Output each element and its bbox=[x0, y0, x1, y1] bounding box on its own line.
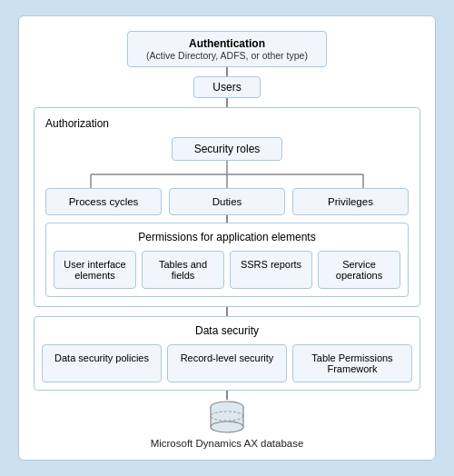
data-security-section: Data security Data security policies Rec… bbox=[34, 316, 420, 391]
connector-three-perms bbox=[226, 215, 228, 223]
connector-auth-users bbox=[226, 67, 228, 76]
service-operations-label: Service operations bbox=[336, 259, 382, 281]
tables-fields-label: Tables and fields bbox=[159, 259, 207, 281]
data-security-title: Data security bbox=[42, 324, 412, 337]
ui-elements-label: User interface elements bbox=[64, 259, 125, 281]
privileges-box: Privileges bbox=[292, 188, 409, 215]
three-boxes-row: Process cycles Duties Privileges bbox=[45, 188, 409, 215]
branch-svg bbox=[45, 161, 409, 188]
table-permissions-box: Table Permissions Framework bbox=[292, 344, 412, 382]
permissions-boxes-row: User interface elements Tables and field… bbox=[54, 251, 400, 289]
users-label: Users bbox=[212, 81, 241, 94]
database-label: Microsoft Dynamics AX database bbox=[151, 438, 304, 449]
database-icon bbox=[204, 400, 250, 434]
ui-elements-box: User interface elements bbox=[54, 251, 136, 289]
ssrs-reports-box: SSRS reports bbox=[230, 251, 312, 289]
table-permissions-label: Table Permissions Framework bbox=[311, 352, 392, 374]
record-level-security-label: Record-level security bbox=[181, 352, 274, 363]
data-security-policies-box: Data security policies bbox=[42, 344, 162, 382]
auth-subtitle: (Active Directory, ADFS, or other type) bbox=[144, 50, 310, 61]
main-card: Authentication (Active Directory, ADFS, … bbox=[18, 15, 436, 461]
connector-datasec-db bbox=[226, 391, 228, 400]
process-cycles-label: Process cycles bbox=[69, 196, 139, 207]
svg-point-9 bbox=[211, 421, 243, 432]
process-cycles-box: Process cycles bbox=[45, 188, 162, 215]
connector-users-auth bbox=[226, 98, 228, 107]
security-roles-row: Security roles bbox=[45, 137, 409, 161]
connector-auth-datasec bbox=[226, 307, 228, 316]
branch-connector bbox=[45, 161, 409, 188]
security-roles-box: Security roles bbox=[172, 137, 283, 161]
data-security-boxes-row: Data security policies Record-level secu… bbox=[42, 344, 412, 382]
duties-label: Duties bbox=[212, 196, 242, 207]
duties-box: Duties bbox=[169, 188, 285, 215]
permissions-title: Permissions for application elements bbox=[54, 231, 400, 243]
tables-fields-box: Tables and fields bbox=[142, 251, 224, 289]
data-security-policies-label: Data security policies bbox=[54, 352, 149, 363]
ssrs-reports-label: SSRS reports bbox=[241, 259, 301, 270]
authorization-label: Authorization bbox=[45, 117, 409, 130]
users-box: Users bbox=[193, 76, 260, 98]
authorization-container: Authorization Security roles Pro bbox=[34, 107, 420, 307]
record-level-security-box: Record-level security bbox=[167, 344, 287, 382]
permissions-section: Permissions for application elements Use… bbox=[45, 223, 409, 297]
authentication-box: Authentication (Active Directory, ADFS, … bbox=[127, 31, 327, 67]
service-operations-box: Service operations bbox=[318, 251, 400, 289]
privileges-label: Privileges bbox=[328, 196, 373, 207]
auth-title: Authentication bbox=[144, 37, 310, 50]
database-section: Microsoft Dynamics AX database bbox=[151, 400, 304, 449]
